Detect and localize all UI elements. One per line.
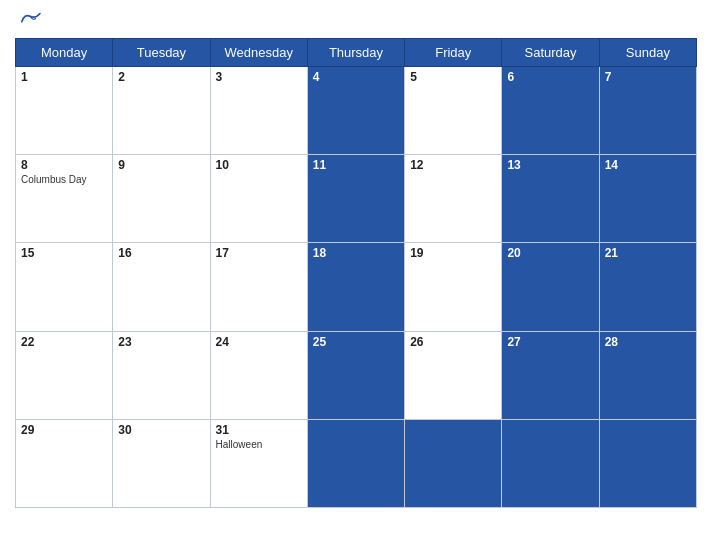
calendar-day-cell: 1 [16, 67, 113, 155]
calendar-week-row: 293031Halloween [16, 419, 697, 507]
calendar-day-cell [502, 419, 599, 507]
calendar-day-cell: 13 [502, 155, 599, 243]
calendar-thead: MondayTuesdayWednesdayThursdayFridaySatu… [16, 39, 697, 67]
weekday-header-saturday: Saturday [502, 39, 599, 67]
calendar-day-cell: 11 [307, 155, 404, 243]
weekday-header-tuesday: Tuesday [113, 39, 210, 67]
day-number: 13 [507, 158, 593, 172]
calendar-day-cell: 20 [502, 243, 599, 331]
calendar-day-cell: 16 [113, 243, 210, 331]
day-number: 31 [216, 423, 302, 437]
calendar-week-row: 22232425262728 [16, 331, 697, 419]
calendar-day-cell: 6 [502, 67, 599, 155]
day-number: 27 [507, 335, 593, 349]
calendar-day-cell: 9 [113, 155, 210, 243]
holiday-label: Halloween [216, 439, 302, 450]
calendar-day-cell: 25 [307, 331, 404, 419]
day-number: 17 [216, 246, 302, 260]
day-number: 3 [216, 70, 302, 84]
calendar-day-cell: 21 [599, 243, 696, 331]
weekday-header-sunday: Sunday [599, 39, 696, 67]
calendar-day-cell [599, 419, 696, 507]
day-number: 28 [605, 335, 691, 349]
day-number: 9 [118, 158, 204, 172]
day-number: 1 [21, 70, 107, 84]
calendar-day-cell: 2 [113, 67, 210, 155]
day-number: 29 [21, 423, 107, 437]
calendar-header [15, 10, 697, 32]
day-number: 25 [313, 335, 399, 349]
calendar-day-cell: 10 [210, 155, 307, 243]
weekday-header-monday: Monday [16, 39, 113, 67]
day-number: 21 [605, 246, 691, 260]
day-number: 10 [216, 158, 302, 172]
calendar-week-row: 15161718192021 [16, 243, 697, 331]
calendar-day-cell: 15 [16, 243, 113, 331]
calendar-day-cell: 29 [16, 419, 113, 507]
day-number: 7 [605, 70, 691, 84]
day-number: 12 [410, 158, 496, 172]
weekday-header-friday: Friday [405, 39, 502, 67]
day-number: 23 [118, 335, 204, 349]
day-number: 26 [410, 335, 496, 349]
day-number: 14 [605, 158, 691, 172]
calendar-day-cell: 28 [599, 331, 696, 419]
day-number: 20 [507, 246, 593, 260]
day-number: 6 [507, 70, 593, 84]
calendar-week-row: 1234567 [16, 67, 697, 155]
calendar-day-cell: 14 [599, 155, 696, 243]
calendar-day-cell: 3 [210, 67, 307, 155]
day-number: 24 [216, 335, 302, 349]
calendar-day-cell: 7 [599, 67, 696, 155]
calendar-day-cell: 8Columbus Day [16, 155, 113, 243]
holiday-label: Columbus Day [21, 174, 107, 185]
calendar-day-cell: 31Halloween [210, 419, 307, 507]
calendar-day-cell: 12 [405, 155, 502, 243]
calendar-day-cell: 27 [502, 331, 599, 419]
calendar-tbody: 12345678Columbus Day91011121314151617181… [16, 67, 697, 508]
calendar-day-cell: 4 [307, 67, 404, 155]
calendar-day-cell: 19 [405, 243, 502, 331]
day-number: 4 [313, 70, 399, 84]
calendar-day-cell: 24 [210, 331, 307, 419]
day-number: 11 [313, 158, 399, 172]
weekday-header-thursday: Thursday [307, 39, 404, 67]
day-number: 22 [21, 335, 107, 349]
weekday-header-row: MondayTuesdayWednesdayThursdayFridaySatu… [16, 39, 697, 67]
day-number: 8 [21, 158, 107, 172]
weekday-header-wednesday: Wednesday [210, 39, 307, 67]
calendar-day-cell: 5 [405, 67, 502, 155]
day-number: 16 [118, 246, 204, 260]
day-number: 19 [410, 246, 496, 260]
day-number: 15 [21, 246, 107, 260]
calendar-week-row: 8Columbus Day91011121314 [16, 155, 697, 243]
calendar-day-cell: 23 [113, 331, 210, 419]
brand-logo-text [19, 10, 41, 32]
day-number: 2 [118, 70, 204, 84]
brand-logo [19, 10, 41, 32]
calendar-day-cell: 17 [210, 243, 307, 331]
calendar-day-cell: 22 [16, 331, 113, 419]
bird-icon [19, 10, 41, 28]
calendar-day-cell [307, 419, 404, 507]
calendar-day-cell: 18 [307, 243, 404, 331]
calendar-wrapper: MondayTuesdayWednesdayThursdayFridaySatu… [0, 0, 712, 550]
calendar-day-cell [405, 419, 502, 507]
calendar-day-cell: 30 [113, 419, 210, 507]
day-number: 30 [118, 423, 204, 437]
calendar-day-cell: 26 [405, 331, 502, 419]
calendar-table: MondayTuesdayWednesdayThursdayFridaySatu… [15, 38, 697, 508]
day-number: 18 [313, 246, 399, 260]
day-number: 5 [410, 70, 496, 84]
